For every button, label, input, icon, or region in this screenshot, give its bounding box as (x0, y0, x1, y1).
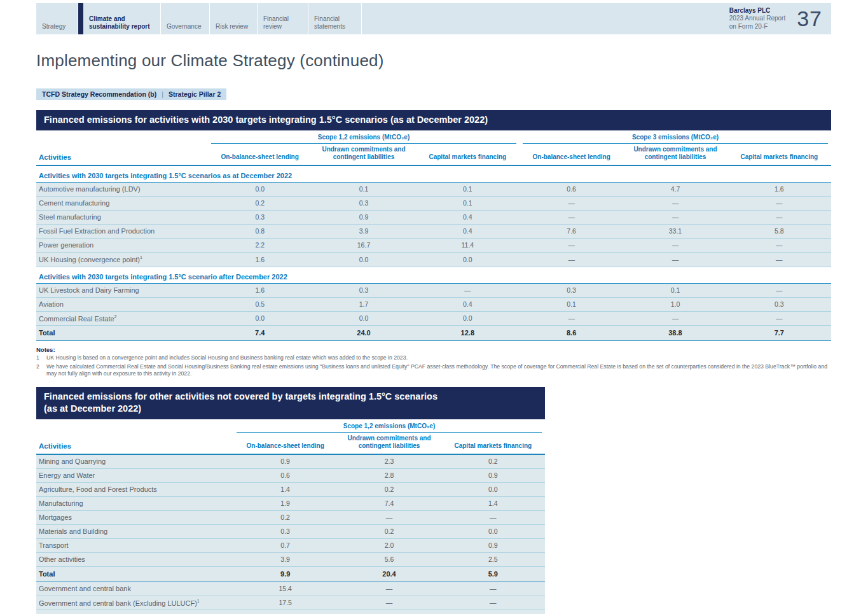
total-value: 24.0 (312, 326, 415, 341)
table1-column-header-row: Activities On-balance-sheet lendingUndra… (36, 144, 831, 165)
cell-value: — (441, 582, 545, 596)
cell-value: 2.8 (337, 468, 441, 482)
row-label: Commercial Real Estate2 (36, 311, 208, 326)
table-row: UK Livestock and Dairy Farming1.60.3—0.3… (36, 283, 831, 297)
table2-section: Financed emissions for other activities … (36, 387, 545, 614)
table-row: Steel manufacturing0.30.90.4——— (36, 211, 831, 225)
table-row: Power generation2.216.711.4——— (36, 239, 831, 253)
table2-title-line1: Financed emissions for other activities … (44, 391, 537, 403)
cell-value: 0.4 (416, 211, 520, 225)
total-row: Total7.424.012.88.638.87.7 (36, 326, 831, 341)
cell-value: 0.2 (233, 510, 337, 524)
group-spacer-2 (36, 419, 233, 433)
total-value: 20.4 (337, 566, 441, 582)
nav-tab-label: Financial review (263, 15, 308, 30)
nav-tab[interactable]: Climate and sustainability report (83, 3, 161, 34)
row-label: Power generation (36, 239, 208, 253)
brand-report: 2023 Annual Report (729, 15, 785, 23)
table2-title-line2: (as at December 2022) (44, 403, 537, 415)
footnote-ref: 1 (140, 255, 142, 260)
table-row: Government and central bank (Excluding L… (36, 596, 545, 610)
row-label: Aviation (36, 297, 208, 311)
row-label: Materials and Building (36, 524, 233, 538)
cell-value: 17.5 (233, 596, 337, 610)
cell-value: 0.0 (441, 482, 545, 496)
scope12-group-header: Scope 1,2 emissions (MtCO₂e) (208, 130, 520, 144)
cell-value: 0.5 (208, 297, 312, 311)
scope-group-row-2: Scope 1,2 emissions (MtCO₂e) (36, 419, 545, 433)
total-label: Total (36, 566, 233, 582)
table-row: Manufacturing1.97.41.4 (36, 496, 545, 510)
cell-value: — (520, 311, 623, 326)
cell-value: 0.1 (416, 183, 520, 197)
financed-emissions-targets-table: Scope 1,2 emissions (MtCO₂e) Scope 3 emi… (36, 130, 831, 341)
cell-value: 3.9 (312, 225, 415, 239)
nav-tab-label: Strategy (42, 23, 65, 31)
cell-value: 1.7 (312, 297, 415, 311)
total-value: 9.9 (233, 566, 337, 582)
table-row: Mining and Quarrying0.92.30.2 (36, 454, 545, 469)
table-row: Energy and Water0.62.80.9 (36, 468, 545, 482)
cell-value: 0.4 (416, 225, 520, 239)
cell-value: 1.4 (233, 482, 337, 496)
cell-value: 5.8 (727, 225, 831, 239)
cell-value: 0.1 (623, 283, 727, 297)
footnote-ref: 1 (197, 599, 200, 603)
table-row: Materials and Building0.30.20.0 (36, 524, 545, 538)
table1-notes-heading: Notes: (36, 346, 831, 353)
row-label: Government and central bank (Excluding L… (36, 596, 233, 610)
column-header: Undrawn commitments and contingent liabi… (312, 144, 415, 165)
column-header: On-balance-sheet lending (520, 144, 623, 165)
cell-value: 0.0 (312, 253, 415, 267)
cell-value: — (727, 239, 831, 253)
nav-tab[interactable]: Strategy (36, 3, 78, 34)
cell-value: 0.2 (208, 197, 312, 211)
cell-value: — (623, 253, 727, 267)
nav-tab[interactable]: Financial review (258, 3, 308, 34)
footnote-ref: 2 (114, 314, 117, 319)
cell-value: — (623, 311, 727, 326)
cell-value: 2.3 (337, 454, 441, 469)
column-header: Capital markets financing (416, 144, 520, 165)
summary-value: 55% (337, 610, 441, 614)
nav-tab-label: Climate and sustainability report (89, 15, 160, 30)
cell-value: 0.3 (312, 283, 415, 297)
cell-value: — (416, 283, 520, 297)
note-text: UK Housing is based on a convergence poi… (46, 354, 831, 362)
nav-tab[interactable]: Governance (161, 3, 210, 34)
cell-value: 0.3 (312, 197, 415, 211)
row-label: Agriculture, Food and Forest Products (36, 482, 233, 496)
row-label: Manufacturing (36, 496, 233, 510)
cell-value: 11.4 (416, 239, 520, 253)
row-label: Fossil Fuel Extraction and Production (36, 225, 208, 239)
nav-tab[interactable]: Risk review (210, 3, 258, 34)
cell-value: 1.0 (623, 297, 727, 311)
cell-value: 0.0 (312, 311, 415, 326)
cell-value: 0.1 (520, 297, 623, 311)
row-label: Automotive manufacturing (LDV) (36, 183, 208, 197)
tcfd-tag: TCFD Strategy Recommendation (b) (42, 90, 156, 98)
summary-label: Emissions covered under targets integrat… (36, 610, 233, 614)
cell-value: 4.7 (623, 183, 727, 197)
cell-value: — (623, 239, 727, 253)
cell-value: 1.9 (233, 496, 337, 510)
cell-value: 0.0 (208, 183, 312, 197)
cell-value: 0.1 (416, 197, 520, 211)
nav-tab-label: Financial statements (314, 15, 361, 30)
active-tab-bar (78, 3, 83, 34)
cell-value: 5.6 (337, 552, 441, 566)
nav-tab[interactable]: Financial statements (308, 3, 362, 34)
total-value: 5.9 (441, 566, 545, 582)
activities-header-2: Activities (36, 433, 233, 454)
note-number: 2 (36, 363, 46, 378)
scope12-group-header-2: Scope 1,2 emissions (MtCO₂e) (233, 419, 545, 433)
column-header: Capital markets financing (727, 144, 831, 165)
cell-value: — (727, 283, 831, 297)
table-row: Commercial Real Estate20.00.00.0——— (36, 311, 831, 326)
row-label: UK Livestock and Dairy Farming (36, 283, 208, 297)
row-label: Mining and Quarrying (36, 454, 233, 469)
table2-column-header-row: Activities On-balance-sheet lendingUndra… (36, 433, 545, 454)
cell-value: 0.9 (312, 211, 415, 225)
cell-value: 0.8 (208, 225, 312, 239)
cell-value: 0.2 (441, 454, 545, 469)
